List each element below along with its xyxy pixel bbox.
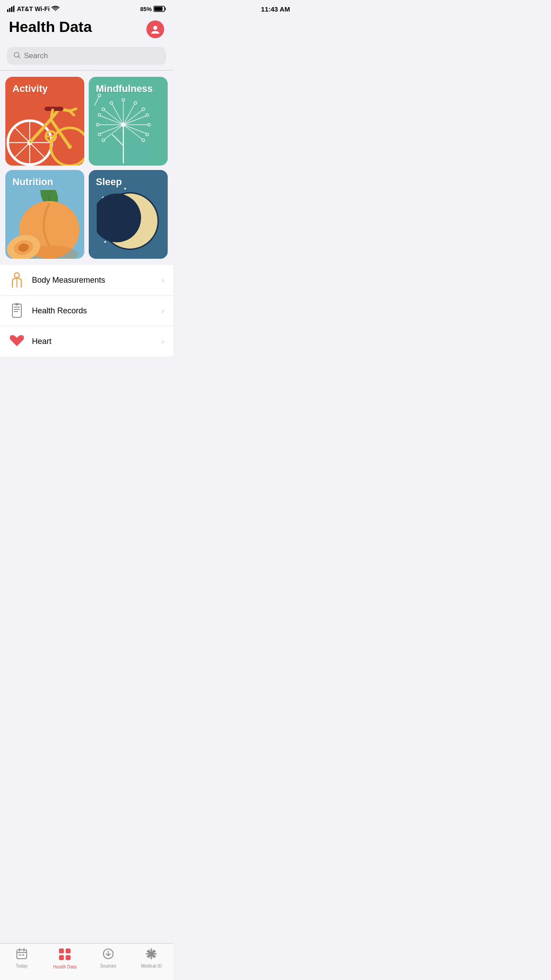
svg-point-40	[102, 108, 105, 111]
health-records-text: Health Records	[32, 306, 161, 316]
svg-point-34	[142, 139, 145, 142]
svg-rect-3	[13, 6, 15, 12]
mindfulness-label: Mindfulness	[96, 83, 153, 95]
svg-point-46	[146, 114, 149, 116]
battery-icon	[153, 6, 166, 12]
svg-line-33	[123, 125, 142, 139]
search-bar	[7, 47, 166, 65]
svg-rect-76	[19, 954, 21, 956]
health-records-item[interactable]: Health Records ›	[0, 296, 173, 326]
svg-point-48	[146, 133, 149, 136]
svg-line-47	[123, 125, 146, 134]
svg-line-49	[100, 116, 123, 125]
svg-point-50	[98, 114, 101, 116]
svg-rect-71	[15, 303, 19, 305]
svg-line-43	[112, 104, 123, 125]
status-bar: AT&T Wi-Fi 11:43 AM 85%	[0, 0, 173, 15]
sleep-label: Sleep	[96, 176, 122, 188]
carrier-text: AT&T Wi-Fi	[17, 5, 50, 12]
body-measurements-text: Body Measurements	[32, 276, 161, 285]
svg-rect-78	[59, 948, 64, 953]
svg-rect-72	[17, 950, 27, 959]
svg-point-28	[122, 99, 125, 101]
battery-text: 85%	[140, 6, 152, 12]
header: Health Data	[0, 15, 173, 43]
svg-rect-1	[9, 8, 11, 12]
wifi-icon	[51, 6, 59, 12]
heart-chevron: ›	[161, 337, 164, 346]
health-data-label: Health Data	[53, 964, 77, 969]
svg-point-38	[96, 123, 99, 126]
svg-line-51	[100, 125, 123, 134]
svg-point-32	[148, 123, 150, 126]
svg-rect-6	[154, 7, 163, 11]
page-title: Health Data	[9, 19, 92, 35]
tab-sources[interactable]: Sources	[91, 948, 126, 968]
svg-point-30	[142, 108, 145, 111]
tab-bar: Today Health Data Sources	[0, 943, 173, 980]
medical-id-icon	[146, 948, 157, 962]
svg-point-8	[153, 26, 157, 30]
list-section: Body Measurements › Health Records ›	[0, 265, 173, 356]
activity-label: Activity	[12, 83, 47, 95]
sources-icon	[102, 948, 114, 962]
health-records-chevron: ›	[161, 306, 164, 316]
health-records-icon	[9, 303, 25, 319]
bike-illustration	[5, 86, 84, 166]
peach-illustration	[5, 190, 84, 259]
svg-point-52	[98, 133, 101, 136]
medical-id-label: Medical ID	[141, 964, 162, 968]
svg-rect-2	[11, 7, 12, 12]
svg-point-42	[134, 102, 137, 104]
svg-rect-79	[66, 948, 71, 953]
search-container	[0, 43, 173, 70]
body-measurements-icon	[9, 272, 25, 288]
svg-line-29	[123, 110, 142, 125]
svg-line-21	[70, 111, 74, 115]
status-right: 85%	[140, 6, 166, 12]
svg-rect-18	[44, 107, 63, 111]
heart-icon-wrap	[9, 333, 25, 349]
today-label: Today	[16, 964, 28, 968]
sleep-card[interactable]: Sleep	[89, 170, 168, 259]
search-icon	[13, 51, 20, 60]
svg-point-44	[110, 102, 113, 104]
body-measurements-chevron: ›	[161, 276, 164, 285]
activity-card[interactable]: Activity	[5, 77, 84, 166]
profile-button[interactable]	[146, 20, 164, 38]
nutrition-card[interactable]: Nutrition	[5, 170, 84, 259]
nutrition-label: Nutrition	[12, 176, 53, 188]
profile-icon	[150, 24, 161, 35]
svg-point-65	[15, 273, 20, 278]
svg-rect-77	[22, 954, 24, 956]
sources-label: Sources	[100, 964, 116, 968]
svg-line-25	[112, 134, 123, 146]
svg-line-53	[94, 97, 99, 106]
heart-item[interactable]: Heart ›	[0, 326, 173, 356]
svg-point-36	[102, 139, 105, 142]
cards-grid: Activity	[0, 71, 173, 265]
today-icon	[16, 948, 28, 962]
svg-line-41	[123, 104, 134, 125]
mindfulness-card[interactable]: Mindfulness	[89, 77, 168, 166]
signal-icon	[7, 6, 15, 12]
body-measurements-item[interactable]: Body Measurements ›	[0, 265, 173, 296]
tab-today[interactable]: Today	[4, 948, 39, 968]
heart-text: Heart	[32, 337, 161, 346]
svg-rect-80	[59, 955, 64, 960]
health-data-icon	[59, 948, 71, 963]
svg-rect-5	[165, 8, 166, 10]
tab-health-data[interactable]: Health Data	[47, 948, 83, 969]
tab-medical-id[interactable]: Medical ID	[134, 948, 169, 968]
svg-line-35	[104, 125, 123, 139]
status-carrier: AT&T Wi-Fi	[7, 5, 59, 12]
svg-rect-81	[66, 955, 71, 960]
moon-illustration	[97, 188, 163, 254]
svg-line-39	[104, 110, 123, 125]
svg-rect-67	[12, 304, 21, 317]
svg-rect-0	[7, 9, 8, 12]
search-input[interactable]	[24, 51, 160, 60]
svg-line-45	[123, 116, 146, 125]
